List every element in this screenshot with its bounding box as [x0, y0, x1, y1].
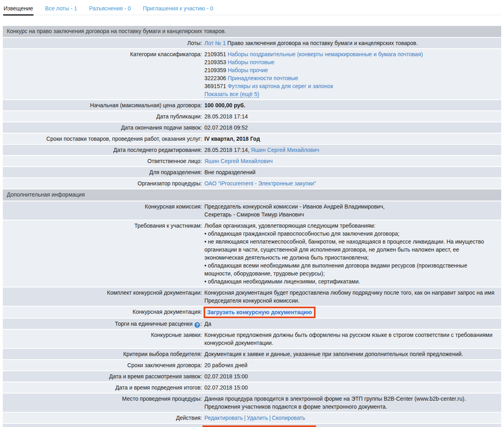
upload-docs-link[interactable]: Загрузить конкурсную документацию — [207, 309, 312, 315]
category-code: 3691571 — [204, 83, 226, 89]
row-responsible: Ответственное лицо: Яшин Сергей Михайлов… — [3, 156, 501, 166]
review-date-label: Дата и время рассмотрения заявок: — [3, 371, 202, 382]
criteria-label: Критерии выбора победителя: — [3, 349, 202, 359]
unit-rates-label-text: Торги на единичные расценки — [115, 321, 192, 327]
row-unit-rates: Торги на единичные расценки ?: Да — [3, 319, 501, 329]
bids-value: Конкурсные предложения должны быть оформ… — [202, 330, 501, 348]
results-date-label: Дата и время подведения итогов: — [3, 382, 202, 393]
category-item: 2109351 Наборы поздравительные (конверты… — [204, 50, 496, 58]
row-end-date: Дата окончания подачи заявок: 02.07.2018… — [3, 122, 501, 133]
price-label: Начальная (максимальная) цена договора: — [3, 100, 202, 110]
lots-value: Лот № 1 Право заключения договора на пос… — [202, 38, 501, 48]
show-all-categories-link[interactable]: Показать все (ещё 5) — [204, 91, 259, 98]
row-doc-set: Комплект конкурсной документации: Конкур… — [3, 287, 501, 306]
commission-label: Конкурсная комиссия: — [3, 201, 202, 220]
categories-label: Категории классификатора: — [3, 49, 202, 99]
venue-line: Предложения участников подаются в форме … — [204, 403, 496, 411]
row-upload-button: Загрузить конкурсную документацию — [3, 424, 501, 427]
row-publication-date: Дата публикации: 28.05.2018 17:14 — [3, 111, 501, 122]
category-link[interactable]: Принадлежности почтовые — [227, 75, 298, 81]
empty-label — [3, 424, 202, 427]
requirements-label: Требования к участникам: — [3, 220, 202, 287]
doc-set-label: Комплект конкурсной документации: — [3, 287, 202, 306]
requirements-line: • обладающая всеми необходимыми для выпо… — [204, 262, 496, 277]
bids-label: Конкурсные заявки: — [3, 330, 202, 348]
last-edit-label: Дата последнего редактирования: — [3, 145, 202, 155]
row-organizer: Организатор процедуры: ОАО "iProcurement… — [3, 178, 501, 189]
publication-date-label: Дата публикации: — [3, 111, 202, 122]
category-code: 2109351 — [204, 51, 226, 57]
end-date-value: 02.07.2018 09:52 — [202, 122, 501, 133]
categories-value: 2109351 Наборы поздравительные (конверты… — [202, 49, 501, 99]
question-icon[interactable]: ? — [194, 322, 200, 328]
commission-line: Секретарь - Смирнов Тимур Иванович — [204, 211, 496, 218]
row-review-date: Дата и время рассмотрения заявок: 02.07.… — [3, 371, 501, 382]
requirements-line: • не являющаяся неплатежеспособной, банк… — [204, 238, 496, 262]
responsible-user-link[interactable]: Яшин Сергей Михайлович — [204, 158, 273, 164]
lot-1-text: Право заключения договора на поставку бу… — [227, 40, 418, 46]
venue-line: Данная процедура проводится в электронно… — [204, 395, 496, 403]
requirements-line: • обладающая гражданской правоспособност… — [204, 230, 496, 238]
organizer-link[interactable]: ОАО "iProcurement - Электронные закупки" — [204, 180, 316, 187]
category-link[interactable]: Наборы почтовые — [227, 59, 274, 65]
responsible-value: Яшин Сергей Михайлович — [202, 156, 501, 166]
organizer-label: Организатор процедуры: — [3, 178, 202, 189]
category-item: 2109359 Наборы прочие — [204, 66, 496, 74]
delete-link[interactable]: Удалить — [247, 415, 268, 421]
category-code: 2109353 — [204, 59, 226, 65]
tab-all-lots[interactable]: Все лоты - 1 — [45, 3, 78, 15]
row-delivery-period: Сроки поставки товаров, проведения работ… — [3, 134, 501, 144]
category-item: 3691571 Футляры из картона для серег и з… — [204, 82, 496, 90]
row-categories: Категории классификатора: 2109351 Наборы… — [3, 49, 501, 99]
requirements-line: • обладающая необходимыми лицензиями, се… — [204, 277, 496, 285]
venue-value: Данная процедура проводится в электронно… — [202, 394, 501, 412]
actions-value: Редактировать|Удалить|Скопировать — [202, 413, 501, 423]
category-link[interactable]: Футляры из картона для серег и запонок — [227, 83, 333, 89]
review-date-value: 02.07.2018 15:00 — [202, 371, 501, 382]
row-contract-term: Сроки заключения договора: 20 рабочих дн… — [3, 360, 501, 370]
actions-separator: | — [243, 415, 247, 421]
responsible-label: Ответственное лицо: — [3, 156, 202, 166]
commission-value: Председатель конкурсной комиссии - Ивано… — [202, 201, 501, 220]
end-date-label: Дата окончания подачи заявок: — [3, 122, 202, 133]
row-price: Начальная (максимальная) цена договора: … — [3, 100, 501, 110]
category-item: 3222306 Принадлежности почтовые — [204, 74, 496, 82]
actions-separator: | — [268, 415, 272, 421]
tab-notice[interactable]: Извещение — [3, 3, 33, 15]
commission-line: Председатель конкурсной комиссии - Ивано… — [204, 203, 496, 211]
venue-label: Место проведения процедуры: — [3, 394, 202, 412]
requirements-value: Любая организация, удовлетворяющая следу… — [202, 220, 501, 287]
copy-link[interactable]: Скопировать — [272, 415, 305, 421]
tab-clarifications[interactable]: Разъяснения - 0 — [89, 3, 131, 15]
notice-content: Конкурс на право заключения договора на … — [3, 26, 501, 427]
procedure-title-bar: Конкурс на право заключения договора на … — [3, 26, 501, 37]
row-last-edit: Дата последнего редактирования: 28.05.20… — [3, 145, 501, 155]
tab-invitations[interactable]: Приглашения к участию - 0 — [142, 3, 214, 15]
annotation-highlight-box: Загрузить конкурсную документацию — [202, 425, 316, 427]
lot-1-link[interactable]: Лот № 1 — [204, 40, 226, 46]
row-lots: Лоты: Лот № 1 Право заключения договора … — [3, 38, 501, 48]
division-label: Для подразделения: — [3, 167, 202, 177]
docs-value: Загрузить конкурсную документацию — [202, 307, 501, 318]
results-date-value: 02.07.2018 15:00 — [202, 382, 501, 393]
row-requirements: Требования к участникам: Любая организац… — [3, 220, 501, 287]
contract-term-label: Сроки заключения договора: — [3, 360, 202, 370]
last-edit-date: 28.05.2018 17:14, — [204, 147, 249, 153]
category-link[interactable]: Наборы прочие — [227, 67, 268, 73]
organizer-value: ОАО "iProcurement - Электронные закупки" — [202, 178, 501, 189]
row-docs: Конкурсная документация: Загрузить конку… — [3, 307, 501, 318]
row-actions: Действия: Редактировать|Удалить|Скопиров… — [3, 413, 501, 423]
category-link[interactable]: Наборы поздравительные (конверты немарки… — [227, 51, 423, 57]
last-edit-value: 28.05.2018 17:14, Яшин Сергей Михайлович — [202, 145, 501, 155]
unit-rates-value: Да — [202, 319, 501, 329]
upload-button-cell: Загрузить конкурсную документацию — [202, 424, 501, 427]
actions-label: Действия: — [3, 413, 202, 423]
row-venue: Место проведения процедуры: Данная проце… — [3, 394, 501, 412]
requirements-line: Любая организация, удовлетворяющая следу… — [204, 222, 496, 230]
row-criteria: Критерии выбора победителя: Документация… — [3, 349, 501, 359]
edit-link[interactable]: Редактировать — [204, 415, 243, 421]
row-division: Для подразделения: Вне подразделений — [3, 167, 501, 177]
last-edit-user-link[interactable]: Яшин Сергей Михайлович — [251, 147, 319, 153]
annotation-highlight-box: Загрузить конкурсную документацию — [204, 307, 316, 318]
category-code: 2109359 — [204, 67, 226, 73]
